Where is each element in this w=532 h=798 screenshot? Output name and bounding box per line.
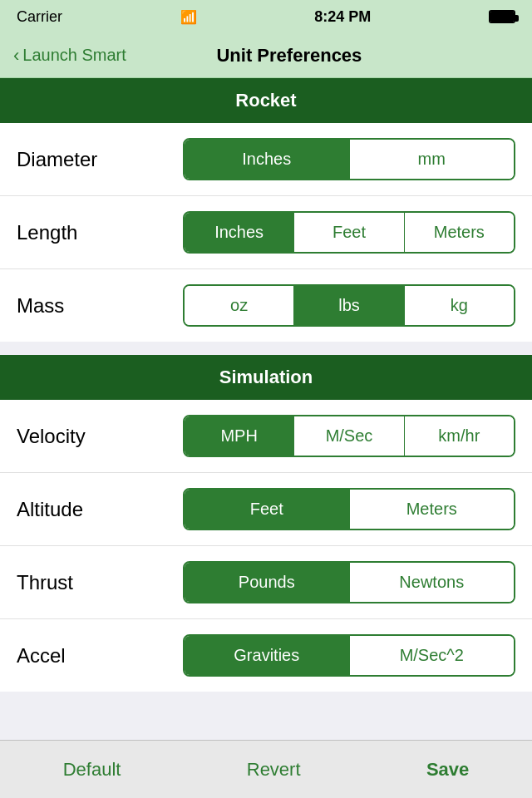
mass-option-oz[interactable]: oz — [185, 286, 294, 325]
page-title: Unit Preferences — [126, 45, 452, 66]
length-option-feet[interactable]: Feet — [294, 213, 404, 252]
mass-option-lbs[interactable]: lbs — [294, 286, 404, 325]
thrust-option-pounds[interactable]: Pounds — [185, 563, 350, 602]
diameter-label: Diameter — [17, 148, 183, 171]
velocity-segmented: MPH M/Sec km/hr — [183, 415, 515, 457]
rocket-section-header: Rocket — [0, 78, 532, 123]
accel-option-msec2[interactable]: M/Sec^2 — [350, 636, 515, 675]
altitude-label: Altitude — [17, 498, 183, 521]
diameter-option-mm[interactable]: mm — [350, 140, 515, 179]
mass-row: Mass oz lbs kg — [0, 269, 532, 342]
content: Rocket Diameter Inches mm Length Inches … — [0, 78, 532, 758]
velocity-option-mph[interactable]: MPH — [185, 416, 294, 456]
revert-button[interactable]: Revert — [222, 751, 326, 789]
velocity-option-kmhr[interactable]: km/hr — [405, 416, 514, 456]
battery-icon — [489, 10, 515, 23]
toolbar: Default Revert Save — [0, 740, 532, 798]
accel-row: Accel Gravities M/Sec^2 — [0, 619, 532, 692]
velocity-label: Velocity — [17, 425, 183, 448]
diameter-option-inches[interactable]: Inches — [185, 140, 350, 179]
accel-label: Accel — [17, 644, 183, 667]
length-option-inches[interactable]: Inches — [185, 213, 294, 252]
altitude-row: Altitude Feet Meters — [0, 473, 532, 546]
length-segmented: Inches Feet Meters — [183, 211, 515, 254]
velocity-option-msec[interactable]: M/Sec — [294, 416, 404, 456]
thrust-row: Thrust Pounds Newtons — [0, 546, 532, 619]
mass-segmented: oz lbs kg — [183, 284, 515, 327]
length-option-meters[interactable]: Meters — [405, 213, 514, 252]
section-spacer — [0, 342, 532, 355]
accel-segmented: Gravities M/Sec^2 — [183, 634, 515, 677]
wifi-icon: 📶 — [180, 9, 197, 25]
time-label: 8:24 PM — [314, 8, 371, 26]
back-chevron-icon: ‹ — [13, 45, 19, 66]
altitude-option-meters[interactable]: Meters — [350, 490, 515, 529]
mass-label: Mass — [17, 294, 183, 318]
simulation-section: Velocity MPH M/Sec km/hr Altitude Feet M… — [0, 400, 532, 692]
thrust-option-newtons[interactable]: Newtons — [350, 563, 515, 602]
diameter-segmented: Inches mm — [183, 138, 515, 180]
carrier-label: Carrier — [17, 8, 62, 26]
mass-option-kg[interactable]: kg — [405, 286, 514, 325]
altitude-option-feet[interactable]: Feet — [185, 490, 350, 529]
back-button[interactable]: ‹ Launch Smart — [13, 45, 126, 66]
status-bar: Carrier 📶 8:24 PM — [0, 0, 532, 33]
default-button[interactable]: Default — [38, 751, 146, 789]
nav-bar: ‹ Launch Smart Unit Preferences — [0, 33, 532, 78]
save-button[interactable]: Save — [401, 751, 494, 789]
simulation-section-header: Simulation — [0, 355, 532, 400]
battery-container — [489, 10, 515, 23]
back-label: Launch Smart — [22, 46, 126, 65]
length-row: Length Inches Feet Meters — [0, 196, 532, 269]
rocket-section: Diameter Inches mm Length Inches Feet Me… — [0, 123, 532, 342]
battery-fill — [490, 12, 514, 22]
thrust-label: Thrust — [17, 571, 183, 594]
velocity-row: Velocity MPH M/Sec km/hr — [0, 400, 532, 473]
accel-option-gravities[interactable]: Gravities — [185, 636, 350, 675]
diameter-row: Diameter Inches mm — [0, 123, 532, 196]
thrust-segmented: Pounds Newtons — [183, 561, 515, 603]
length-label: Length — [17, 221, 183, 244]
altitude-segmented: Feet Meters — [183, 488, 515, 530]
